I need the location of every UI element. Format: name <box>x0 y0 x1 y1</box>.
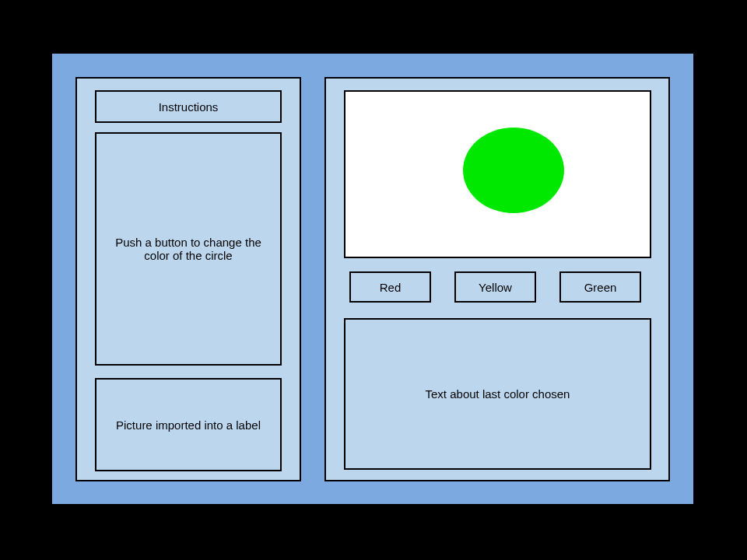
app-window: Instructions Push a button to change the… <box>51 52 695 506</box>
instructions-body: Push a button to change the color of the… <box>95 132 282 366</box>
yellow-button[interactable]: Yellow <box>454 271 536 303</box>
instructions-heading: Instructions <box>95 90 282 123</box>
color-circle <box>463 128 564 213</box>
red-button[interactable]: Red <box>349 271 431 303</box>
right-panel: Red Yellow Green Text about last color c… <box>324 77 670 481</box>
circle-canvas <box>344 90 651 258</box>
green-button[interactable]: Green <box>559 271 641 303</box>
left-panel: Instructions Push a button to change the… <box>75 77 301 481</box>
status-text: Text about last color chosen <box>344 318 651 470</box>
picture-label: Picture imported into a label <box>95 378 282 471</box>
